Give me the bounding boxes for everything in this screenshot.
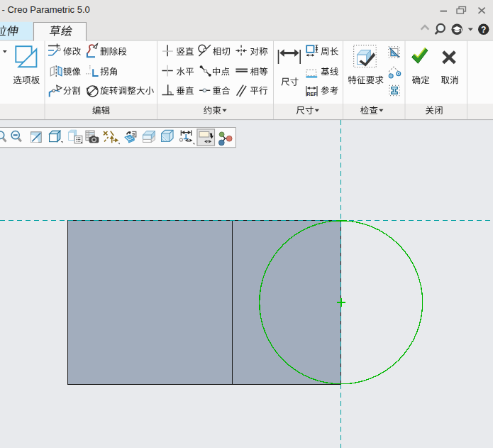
svg-text:?: ? [481, 25, 486, 35]
svg-text:- Creo Parametric 5.0: - Creo Parametric 5.0 [2, 4, 90, 15]
svg-text:REF: REF [306, 91, 317, 97]
